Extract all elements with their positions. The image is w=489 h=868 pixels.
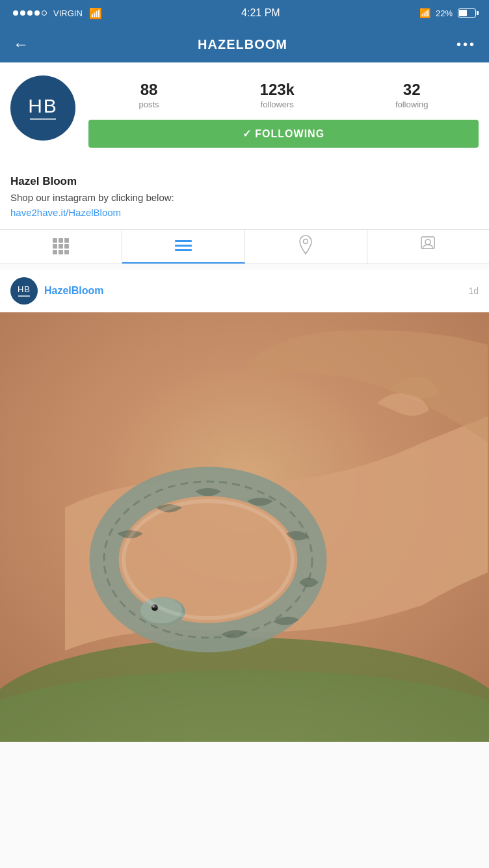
- stats-row: 88 posts 123k followers 32 following: [88, 75, 479, 111]
- bio-section: Hazel Bloom Shop our instagram by clicki…: [0, 169, 489, 229]
- tab-list[interactable]: [122, 230, 244, 264]
- following-stat: 32 following: [395, 81, 429, 111]
- post-avatar: HB: [10, 277, 38, 305]
- back-button[interactable]: ←: [13, 35, 29, 53]
- posts-count: 88: [139, 81, 159, 100]
- person-icon: [419, 236, 436, 258]
- following-label: following: [395, 100, 429, 111]
- stats-container: 88 posts 123k followers 32 following ✓ F…: [88, 75, 479, 148]
- bio-text: Shop our instagram by clicking below:: [10, 191, 479, 204]
- status-left: VIRGIN 📶: [13, 7, 102, 20]
- post-item: HB HazelBloom 1d: [0, 269, 489, 742]
- location-icon: [297, 235, 314, 258]
- followers-label: followers: [260, 100, 295, 111]
- post-image: [0, 312, 489, 742]
- followers-stat: 123k followers: [260, 81, 295, 111]
- grid-icon: [53, 238, 69, 254]
- battery-percent: 22%: [436, 8, 453, 18]
- wifi-icon: 📶: [89, 7, 102, 20]
- signal-dot-1: [13, 10, 18, 16]
- nav-bar: ← HAZELBOOM •••: [0, 26, 489, 62]
- post-avatar-initials: HB: [18, 284, 31, 294]
- avatar-initials: HB: [28, 96, 58, 116]
- post-username[interactable]: HazelBloom: [44, 285, 104, 297]
- tab-location[interactable]: [245, 230, 367, 264]
- post-avatar-decoration: [18, 295, 30, 297]
- signal-dot-5: [42, 10, 47, 16]
- avatar: HB: [10, 75, 75, 141]
- battery-icon: [458, 8, 476, 18]
- carrier-label: VIRGIN: [53, 8, 83, 18]
- nav-title: HAZELBOOM: [198, 37, 287, 52]
- profile-top: HB 88 posts 123k followers 32 following …: [10, 75, 479, 148]
- tab-tagged[interactable]: [367, 230, 489, 264]
- signal-dot-4: [34, 10, 40, 16]
- posts-stat: 88 posts: [139, 81, 159, 111]
- post-header: HB HazelBloom 1d: [0, 269, 489, 312]
- tab-grid[interactable]: [0, 230, 122, 264]
- bluetooth-icon: 📶: [419, 8, 430, 18]
- signal-dots: [13, 10, 47, 16]
- followers-count: 123k: [260, 81, 295, 100]
- post-time: 1d: [468, 286, 479, 296]
- following-count: 32: [395, 81, 429, 100]
- profile-name: Hazel Bloom: [10, 175, 479, 188]
- post-photo: [0, 312, 489, 742]
- posts-label: posts: [139, 100, 159, 111]
- list-icon: [175, 240, 192, 251]
- svg-point-1: [425, 239, 430, 245]
- profile-section: HB 88 posts 123k followers 32 following …: [0, 62, 489, 169]
- status-time: 4:21 PM: [241, 7, 280, 19]
- avatar-decoration: [30, 118, 56, 120]
- follow-button[interactable]: ✓ FOLLOWING: [88, 120, 479, 148]
- signal-dot-2: [20, 10, 25, 16]
- post-user[interactable]: HB HazelBloom: [10, 277, 104, 305]
- more-button[interactable]: •••: [456, 37, 476, 52]
- signal-dot-3: [27, 10, 33, 16]
- bio-link[interactable]: have2have.it/HazelBloom: [10, 207, 121, 218]
- status-bar: VIRGIN 📶 4:21 PM 📶 22%: [0, 0, 489, 26]
- battery-fill: [459, 10, 467, 16]
- status-right: 📶 22%: [419, 8, 476, 18]
- tabs-bar: [0, 229, 489, 264]
